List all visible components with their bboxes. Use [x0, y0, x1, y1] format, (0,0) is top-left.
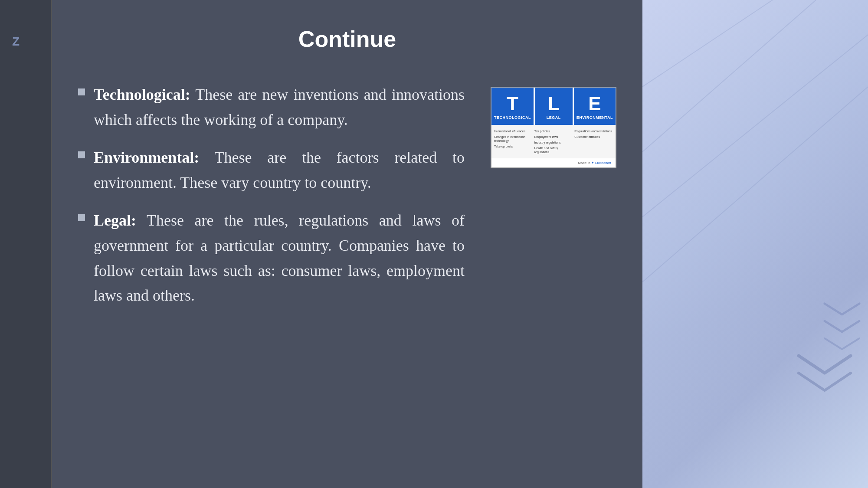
main-slide: Continue Technological: These are new in…	[52, 0, 642, 488]
tle-diagram: T TECHNOLOGICAL L LEGAL E ENVIRONMENTAL	[491, 87, 616, 168]
svg-line-3	[642, 87, 868, 282]
tle-header: T TECHNOLOGICAL L LEGAL E ENVIRONMENTAL	[491, 88, 616, 125]
right-decorative-svg	[642, 0, 868, 488]
tle-col-t: T TECHNOLOGICAL	[491, 88, 534, 125]
bullet-list: Technological: These are new inventions …	[78, 82, 465, 308]
bullet-item-environmental: Environmental: These are the factors rel…	[78, 145, 465, 195]
tle-col-e: E ENVIRONMENTAL	[574, 88, 616, 125]
bullet-marker	[78, 88, 85, 95]
sidebar-letter: Z	[12, 35, 20, 49]
tle-label-t: TECHNOLOGICAL	[494, 115, 531, 120]
tle-letter-l: L	[548, 93, 560, 115]
tle-item-l1: Tax policies	[534, 129, 573, 133]
content-area: Technological: These are new inventions …	[78, 82, 616, 308]
tle-label-e: ENVIRONMENTAL	[576, 115, 613, 120]
bullet-label-technological: Technological:	[94, 86, 190, 103]
bullet-marker	[78, 151, 85, 158]
tle-body: International influences Changes in info…	[491, 125, 616, 158]
bullet-text-environmental: Environmental: These are the factors rel…	[94, 145, 465, 195]
slide-title: Continue	[298, 26, 396, 52]
left-sidebar: Z	[0, 0, 52, 488]
bullet-label-environmental: Environmental:	[94, 149, 199, 166]
tle-letter-e: E	[588, 93, 601, 115]
tle-item-e1: Regulations and restrictions	[574, 129, 613, 133]
tle-body-col-l: Tax policies Employment laws Industry re…	[534, 129, 573, 154]
tle-item-l3: Industry regulations	[534, 141, 573, 144]
bullet-label-legal: Legal:	[94, 212, 136, 229]
tle-item-t3: Take-up costs	[494, 144, 533, 148]
tle-item-t2: Changes in information technology	[494, 135, 533, 143]
tle-letter-t: T	[507, 93, 518, 115]
tle-item-l2: Employment laws	[534, 135, 573, 139]
tle-body-col-e: Regulations and restrictions Customer at…	[574, 129, 613, 154]
tle-item-l4: Health and safety regulations	[534, 146, 573, 154]
tle-col-l: L LEGAL	[534, 88, 574, 125]
bullet-item-technological: Technological: These are new inventions …	[78, 82, 465, 132]
bullet-text-legal: Legal: These are the rules, regulations …	[94, 208, 465, 308]
tle-item-e2: Customer attitudes	[574, 135, 613, 139]
bullet-text-technological: Technological: These are new inventions …	[94, 82, 465, 132]
tle-item-t1: International influences	[494, 129, 533, 133]
bullet-marker	[78, 214, 85, 221]
tle-body-col-t: International influences Changes in info…	[494, 129, 533, 154]
right-decoration-bar	[642, 0, 868, 488]
svg-line-2	[642, 35, 868, 217]
tle-image-panel: T TECHNOLOGICAL L LEGAL E ENVIRONMENTAL	[491, 82, 616, 308]
tle-footer: Made in ✦ Lucidchart	[491, 158, 616, 167]
svg-line-0	[642, 0, 773, 87]
tle-label-l: LEGAL	[547, 115, 561, 120]
svg-line-1	[642, 0, 816, 152]
tle-brand: ✦ Lucidchart	[591, 161, 611, 165]
bullet-item-legal: Legal: These are the rules, regulations …	[78, 208, 465, 308]
